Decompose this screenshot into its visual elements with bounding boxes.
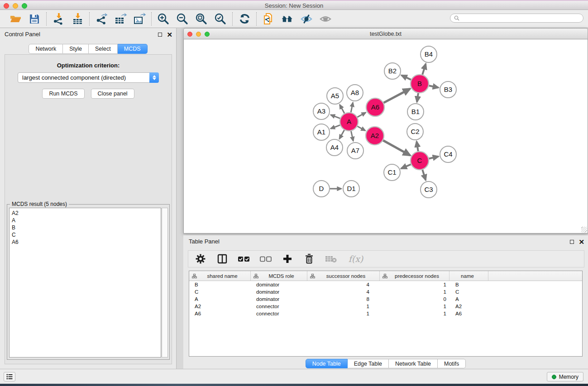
result-list-scrollbar[interactable]	[162, 208, 168, 357]
graph-node-C1[interactable]: C1	[384, 164, 400, 181]
mcds-result-item[interactable]: A	[12, 217, 158, 224]
graph-node-A5[interactable]: A5	[327, 88, 343, 104]
memory-label: Memory	[559, 374, 578, 380]
mcds-result-item[interactable]: B	[12, 224, 158, 231]
graph-node-D1[interactable]: D1	[343, 181, 359, 197]
node-label: C3	[424, 186, 433, 193]
deselect-all-checkboxes-icon[interactable]	[260, 253, 272, 265]
add-column-icon[interactable]	[282, 253, 293, 265]
close-table-panel-icon[interactable]: ✕	[578, 238, 584, 245]
tab-motifs[interactable]: Motifs	[438, 359, 466, 368]
graph-node-A3[interactable]: A3	[313, 103, 330, 119]
export-image-icon[interactable]	[133, 13, 146, 25]
cell-name: C	[449, 289, 488, 295]
search-input[interactable]	[462, 14, 579, 22]
graph-node-A6[interactable]: A6	[366, 98, 384, 116]
settings-gear-icon[interactable]	[195, 253, 206, 265]
network-view-window: testGlobe.txt B4B2BB3A5A8A6A3AB1A1A2C2A4…	[183, 28, 588, 234]
column-header-MCDS-role[interactable]: MCDS role	[251, 271, 307, 281]
show-all-eye-icon[interactable]	[319, 13, 332, 25]
graph-node-A1[interactable]: A1	[313, 124, 330, 140]
table-row[interactable]: A2connector11A2	[189, 303, 582, 310]
select-all-checkboxes-icon[interactable]	[238, 253, 250, 265]
column-header-name[interactable]: name	[449, 271, 488, 281]
edge-A-A4	[339, 130, 344, 139]
column-header-predecessor-nodes[interactable]: predecessor nodes	[380, 271, 449, 281]
graph-node-A2[interactable]: A2	[366, 127, 384, 145]
graph-node-D[interactable]: D	[313, 181, 330, 197]
split-columns-icon[interactable]	[216, 253, 228, 265]
function-builder-icon: f(x)	[347, 253, 365, 265]
table-row[interactable]: Cdominator41C	[189, 288, 582, 295]
home-icon[interactable]	[281, 13, 294, 25]
graph-node-C3[interactable]: C3	[421, 181, 437, 198]
node-label: D1	[347, 185, 355, 192]
float-table-panel-icon[interactable]	[570, 240, 574, 244]
export-table-icon[interactable]	[114, 13, 127, 25]
import-table-icon[interactable]	[71, 13, 84, 25]
graph-node-A7[interactable]: A7	[347, 143, 363, 159]
cell-MCDS-role: connector	[251, 311, 307, 316]
tab-style[interactable]: Style	[63, 44, 89, 54]
node-label: A7	[351, 147, 359, 154]
open-file-icon[interactable]	[9, 13, 22, 25]
run-mcds-button[interactable]: Run MCDS	[42, 89, 84, 99]
graph-node-B3[interactable]: B3	[440, 81, 456, 98]
table-row[interactable]: A6connector11A6	[189, 310, 582, 317]
close-panel-button[interactable]: Close panel	[91, 89, 134, 99]
save-session-icon[interactable]	[28, 13, 41, 25]
graph-node-B[interactable]: B	[411, 75, 429, 93]
graph-node-B1[interactable]: B1	[407, 104, 424, 120]
graph-node-A8[interactable]: A8	[347, 85, 363, 101]
graph-node-C[interactable]: C	[411, 152, 429, 170]
clone-network-icon[interactable]	[262, 13, 275, 25]
mcds-result-item[interactable]: A6	[12, 238, 158, 246]
float-panel-icon[interactable]	[158, 33, 162, 37]
import-network-icon[interactable]	[52, 13, 65, 25]
zoom-out-icon[interactable]	[176, 13, 189, 25]
delete-column-icon[interactable]	[303, 253, 315, 265]
close-panel-icon[interactable]: ✕	[167, 31, 172, 38]
graph-node-C4[interactable]: C4	[440, 146, 456, 162]
tab-network-table[interactable]: Network Table	[389, 359, 438, 368]
cell-name: A6	[449, 311, 488, 316]
criterion-dropdown[interactable]: largest connected component (directed)	[18, 72, 159, 83]
mcds-result-item[interactable]: A2	[12, 210, 158, 217]
column-header-shared-name[interactable]: shared name	[189, 271, 251, 281]
mcds-result-list[interactable]: A2ABCA6	[9, 208, 161, 357]
tab-network[interactable]: Network	[29, 44, 63, 54]
search-box[interactable]	[450, 14, 583, 23]
export-network-icon[interactable]	[95, 13, 108, 25]
column-header-successor-nodes[interactable]: successor nodes	[307, 271, 380, 281]
delete-table-icon[interactable]	[325, 253, 337, 265]
criterion-selected-value: largest connected component (directed)	[22, 74, 126, 81]
memory-button[interactable]: Memory	[547, 372, 583, 381]
tab-mcds[interactable]: MCDS	[118, 44, 148, 54]
cell-name: B	[449, 282, 488, 287]
table-row[interactable]: Adominator80A	[189, 295, 582, 303]
node-label: A5	[331, 92, 339, 100]
edge-A-A8	[351, 103, 353, 113]
hide-selected-eye-icon[interactable]	[300, 13, 313, 25]
table-row[interactable]: Bdominator41B	[189, 281, 582, 288]
graph-node-B4[interactable]: B4	[421, 46, 437, 62]
task-history-button[interactable]	[4, 372, 15, 381]
zoom-selected-icon[interactable]	[214, 13, 227, 25]
tab-edge-table[interactable]: Edge Table	[348, 359, 389, 368]
graph-node-A[interactable]: A	[340, 113, 358, 131]
refresh-icon[interactable]	[238, 13, 251, 25]
application-window: Session: New Session	[0, 0, 588, 386]
tab-node-table[interactable]: Node Table	[306, 359, 348, 368]
list-icon	[6, 374, 13, 380]
zoom-fit-icon[interactable]	[195, 13, 208, 25]
zoom-in-icon[interactable]	[157, 13, 170, 25]
resize-grip[interactable]	[581, 227, 587, 233]
table-panel-title: Table Panel	[189, 238, 220, 245]
mcds-result-item[interactable]: C	[12, 231, 158, 238]
graph-node-C2[interactable]: C2	[407, 124, 423, 140]
tab-select[interactable]: Select	[89, 44, 118, 54]
network-canvas[interactable]: B4B2BB3A5A8A6A3AB1A1A2C2A4A7C4CC1C3DD1	[183, 39, 588, 234]
hierarchy-icon	[310, 274, 315, 278]
graph-node-B2[interactable]: B2	[384, 63, 401, 79]
graph-node-A4[interactable]: A4	[326, 139, 343, 156]
